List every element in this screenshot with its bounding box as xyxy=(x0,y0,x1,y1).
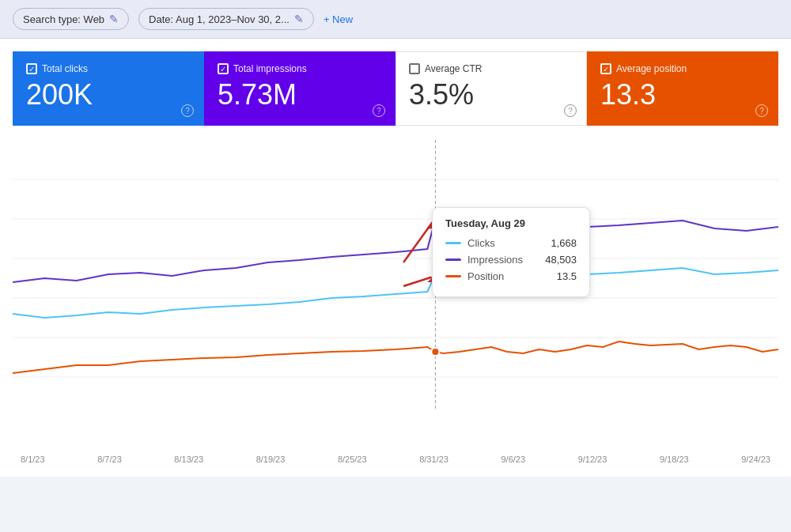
clicks-label: Clicks xyxy=(467,237,544,249)
total-impressions-value: 5.73M xyxy=(218,81,382,109)
metric-cards: ✓ Total clicks 200K ? ✓ Total impression… xyxy=(13,51,778,126)
x-label-7: 9/12/23 xyxy=(578,455,607,464)
x-label-5: 8/31/23 xyxy=(419,455,448,464)
search-type-filter[interactable]: Search type: Web ✎ xyxy=(13,8,129,30)
total-impressions-label: ✓ Total impressions xyxy=(218,63,382,74)
x-axis-labels: 8/1/23 8/7/23 8/13/23 8/19/23 8/25/23 8/… xyxy=(13,455,778,464)
chart-area: Tuesday, Aug 29 Clicks 1,668 Impressions… xyxy=(13,132,778,464)
tooltip-clicks-row: Clicks 1,668 xyxy=(445,237,577,249)
date-edit-icon[interactable]: ✎ xyxy=(294,13,304,25)
tooltip-box: Tuesday, Aug 29 Clicks 1,668 Impressions… xyxy=(432,207,590,297)
tooltip-date: Tuesday, Aug 29 xyxy=(445,217,577,229)
total-impressions-help-icon[interactable]: ? xyxy=(373,104,385,117)
main-content: ✓ Total clicks 200K ? ✓ Total impression… xyxy=(0,39,791,477)
average-ctr-checkbox xyxy=(409,63,420,74)
chart-svg xyxy=(13,140,778,432)
tooltip-position-row: Position 13.5 xyxy=(445,270,577,282)
average-position-help-icon[interactable]: ? xyxy=(755,104,768,117)
total-impressions-checkbox: ✓ xyxy=(218,63,229,74)
average-ctr-value: 3.5% xyxy=(409,81,573,109)
total-clicks-label: ✓ Total clicks xyxy=(26,63,191,74)
total-clicks-value: 200K xyxy=(26,81,191,109)
clicks-value: 1,668 xyxy=(551,237,577,249)
average-ctr-help-icon[interactable]: ? xyxy=(564,104,577,117)
x-label-1: 8/7/23 xyxy=(97,455,122,464)
total-clicks-checkbox: ✓ xyxy=(26,63,37,74)
average-position-label: ✓ Average position xyxy=(600,63,765,74)
total-impressions-card[interactable]: ✓ Total impressions 5.73M ? xyxy=(204,51,396,126)
x-label-4: 8/25/23 xyxy=(338,455,367,464)
impressions-line-indicator xyxy=(445,258,461,261)
average-ctr-card[interactable]: Average CTR 3.5% ? xyxy=(396,51,587,126)
total-clicks-card[interactable]: ✓ Total clicks 200K ? xyxy=(13,51,204,126)
impressions-value: 48,503 xyxy=(545,254,577,266)
average-position-card[interactable]: ✓ Average position 13.3 ? xyxy=(587,51,778,126)
position-label: Position xyxy=(467,270,551,282)
top-filter-bar: Search type: Web ✎ Date: Aug 1, 2023–Nov… xyxy=(0,0,791,39)
x-label-6: 9/6/23 xyxy=(501,455,525,464)
x-label-0: 8/1/23 xyxy=(21,455,45,464)
search-type-edit-icon[interactable]: ✎ xyxy=(109,13,119,25)
x-label-8: 9/18/23 xyxy=(660,455,689,464)
search-type-label: Search type: Web xyxy=(23,13,104,25)
position-value: 13.5 xyxy=(557,270,577,282)
average-position-value: 13.3 xyxy=(600,81,765,109)
total-clicks-help-icon[interactable]: ? xyxy=(181,104,194,117)
impressions-label: Impressions xyxy=(467,254,539,266)
x-label-9: 9/24/23 xyxy=(741,455,770,464)
svg-point-13 xyxy=(431,348,439,356)
position-line-indicator xyxy=(445,275,461,277)
date-filter[interactable]: Date: Aug 1, 2023–Nov 30, 2... ✎ xyxy=(138,8,314,30)
x-label-3: 8/19/23 xyxy=(256,455,286,464)
date-label: Date: Aug 1, 2023–Nov 30, 2... xyxy=(149,13,290,25)
average-position-checkbox: ✓ xyxy=(600,63,611,74)
average-ctr-label: Average CTR xyxy=(409,63,573,74)
clicks-line-indicator xyxy=(445,242,461,244)
new-button[interactable]: + New xyxy=(324,13,353,25)
tooltip-impressions-row: Impressions 48,503 xyxy=(445,254,577,266)
x-label-2: 8/13/23 xyxy=(174,455,203,464)
